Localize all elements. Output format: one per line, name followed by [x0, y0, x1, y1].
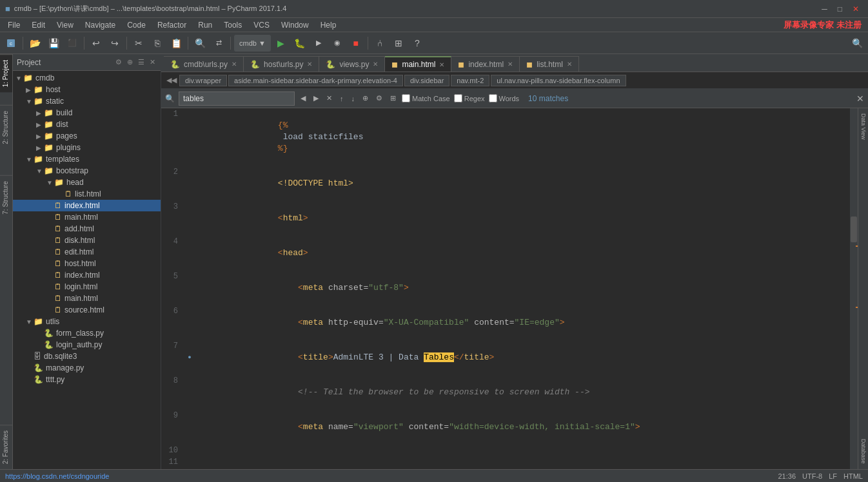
vtab-project[interactable]: 1: Project: [0, 54, 12, 92]
menu-navigate[interactable]: Navigate: [80, 19, 121, 31]
breadcrumb-item-1[interactable]: aside.main-sidebar.sidebar-dark-primary.…: [228, 75, 403, 86]
menu-vcs[interactable]: VCS: [248, 19, 275, 31]
search-expand-btn[interactable]: ⊕: [360, 93, 370, 103]
tree-item-build[interactable]: ▶ 📁 build: [13, 107, 161, 119]
toolbar-open-btn[interactable]: 📂: [26, 35, 43, 52]
toolbar-save-btn[interactable]: 💾: [45, 35, 62, 52]
search-regex-checkbox[interactable]: [454, 94, 462, 102]
tree-item-index-html[interactable]: 🗒 index.html: [13, 200, 161, 211]
search-down-btn[interactable]: ↓: [350, 94, 357, 103]
tree-item-index-html-2[interactable]: 🗒 index.html: [13, 269, 161, 281]
code-editor[interactable]: 1 {% load staticfiles %} 2: [161, 108, 850, 469]
tab-main-html[interactable]: ◼ main.html ✕: [385, 56, 451, 72]
search-input[interactable]: [179, 92, 295, 106]
toolbar-save-all-btn[interactable]: ⬛: [64, 35, 81, 52]
tree-item-pages[interactable]: ▶ 📁 pages: [13, 130, 161, 142]
project-gear-btn[interactable]: ⊕: [126, 57, 134, 67]
tree-item-source-html[interactable]: 🗒 source.html: [13, 304, 161, 316]
breadcrumb-item-2[interactable]: div.sidebar: [404, 75, 449, 86]
scroll-indicator[interactable]: [851, 217, 857, 242]
search-regex-opt[interactable]: Regex: [454, 94, 485, 102]
search-filter-btn[interactable]: ⊞: [388, 93, 398, 103]
toolbar-help-btn[interactable]: ?: [409, 35, 426, 52]
tree-item-db-sqlite[interactable]: 🗄 db.sqlite3: [13, 351, 161, 362]
toolbar-replace-btn[interactable]: ⇄: [210, 35, 227, 52]
tab-close-index-html[interactable]: ✕: [508, 61, 513, 68]
tab-close-host-urls[interactable]: ✕: [307, 61, 312, 68]
tab-close-list-html[interactable]: ✕: [567, 61, 572, 68]
tree-item-dist[interactable]: ▶ 📁 dist: [13, 119, 161, 130]
search-options-btn[interactable]: ⚙: [374, 93, 384, 103]
tree-item-head-folder[interactable]: ▼ 📁 head: [13, 177, 161, 188]
toolbar-terminal-btn[interactable]: ⊞: [390, 35, 407, 52]
menu-window[interactable]: Window: [276, 19, 314, 31]
vtab-structure[interactable]: 2: Structure: [0, 105, 12, 149]
tree-item-add-html[interactable]: 🗒 add.html: [13, 223, 161, 235]
tree-item-utlis[interactable]: ▼ 📁 utlis: [13, 316, 161, 327]
search-next-btn[interactable]: ▶: [311, 93, 321, 103]
project-collapse-btn[interactable]: ☰: [137, 57, 146, 67]
tree-root-cmdb[interactable]: ▼ 📁 cmdb: [13, 72, 161, 84]
tree-item-static[interactable]: ▼ 📁 static: [13, 95, 161, 107]
minimize-button[interactable]: ─: [818, 3, 831, 15]
maximize-button[interactable]: □: [834, 3, 846, 15]
tab-close-cmdb-urls[interactable]: ✕: [232, 61, 237, 68]
vtab-structure2[interactable]: 7: Structure: [0, 175, 12, 220]
tree-item-host-html[interactable]: 🗒 host.html: [13, 258, 161, 269]
search-match-case-opt[interactable]: Match Case: [402, 94, 450, 102]
tab-index-html[interactable]: ◼ index.html ✕: [451, 56, 520, 72]
toolbar-coverage-btn[interactable]: ▶: [310, 35, 327, 52]
search-close-btn[interactable]: ✕: [856, 93, 864, 104]
toolbar-profile-btn[interactable]: ◉: [329, 35, 346, 52]
menu-run[interactable]: Run: [193, 19, 217, 31]
menu-view[interactable]: View: [52, 19, 79, 31]
search-prev-btn[interactable]: ◀: [299, 93, 308, 103]
toolbar-cut-btn[interactable]: ✂: [130, 35, 147, 52]
menu-edit[interactable]: Edit: [26, 19, 50, 31]
toolbar-debug-btn[interactable]: 🐛: [291, 35, 308, 52]
project-settings-btn[interactable]: ⚙: [114, 57, 123, 67]
toolbar-vcs-btn[interactable]: ⑃: [371, 35, 388, 52]
project-hide-btn[interactable]: ✕: [148, 57, 157, 67]
tree-item-tttt-py[interactable]: 🐍 tttt.py: [13, 374, 161, 385]
toolbar-find-btn[interactable]: 🔍: [192, 35, 208, 52]
status-link[interactable]: https://blog.csdn.net/csdngouride: [5, 472, 109, 480]
search-close-occurrences-btn[interactable]: ✕: [324, 93, 334, 103]
breadcrumb-item-4[interactable]: ul.nav.nav-pills.nav-sidebar.flex-column: [491, 75, 626, 86]
search-up-btn[interactable]: ↑: [338, 94, 346, 103]
menu-file[interactable]: File: [3, 19, 25, 31]
tab-list-html[interactable]: ◼ list.html ✕: [520, 56, 579, 72]
tree-item-main-html-2[interactable]: 🗒 main.html: [13, 293, 161, 304]
tab-close-views-py[interactable]: ✕: [373, 61, 378, 68]
tree-item-bootstrap[interactable]: ▼ 📁 bootstrap: [13, 165, 161, 177]
tree-item-host[interactable]: ▶ 📁 host: [13, 84, 161, 95]
menu-tools[interactable]: Tools: [219, 19, 247, 31]
tree-item-edit-html[interactable]: 🗒 edit.html: [13, 246, 161, 258]
toolbar-run-config[interactable]: cmdb ▼: [234, 35, 271, 52]
breadcrumb-back-btn[interactable]: ◀◀: [164, 75, 179, 86]
tab-close-main-html[interactable]: ✕: [439, 61, 444, 68]
menu-refactor[interactable]: Refactor: [152, 19, 192, 31]
vtab-favorites[interactable]: 2: Favorites: [0, 425, 12, 469]
tree-item-list-html-head[interactable]: 🗒 list.html: [13, 188, 161, 200]
tree-item-form-class[interactable]: 🐍 form_class.py: [13, 327, 161, 339]
menu-help[interactable]: Help: [315, 19, 342, 31]
scrollbar-strip[interactable]: [850, 108, 858, 469]
tree-item-main-html[interactable]: 🗒 main.html: [13, 211, 161, 223]
tree-item-manage-py[interactable]: 🐍 manage.py: [13, 362, 161, 374]
toolbar-undo-btn[interactable]: ↩: [88, 35, 104, 52]
tree-item-login-html[interactable]: 🗒 login.html: [13, 281, 161, 293]
breadcrumb-item-3[interactable]: nav.mt-2: [451, 75, 489, 86]
toolbar-project-btn[interactable]: c: [3, 35, 19, 52]
tab-host-urls[interactable]: 🐍 host\urls.py ✕: [244, 56, 319, 72]
close-button[interactable]: ✕: [849, 3, 863, 15]
tree-item-disk-html[interactable]: 🗒 disk.html: [13, 235, 161, 246]
toolbar-search-everywhere-btn[interactable]: 🔍: [849, 35, 865, 52]
right-panel-dataview[interactable]: Data View: [859, 111, 868, 142]
tree-item-templates[interactable]: ▼ 📁 templates: [13, 153, 161, 165]
right-panel-database[interactable]: Database: [859, 436, 868, 467]
toolbar-paste-btn[interactable]: 📋: [168, 35, 184, 52]
toolbar-run-btn[interactable]: ▶: [273, 35, 290, 52]
tab-views-py[interactable]: 🐍 views.py ✕: [319, 56, 385, 72]
breadcrumb-item-0[interactable]: div.wrapper: [179, 75, 227, 86]
